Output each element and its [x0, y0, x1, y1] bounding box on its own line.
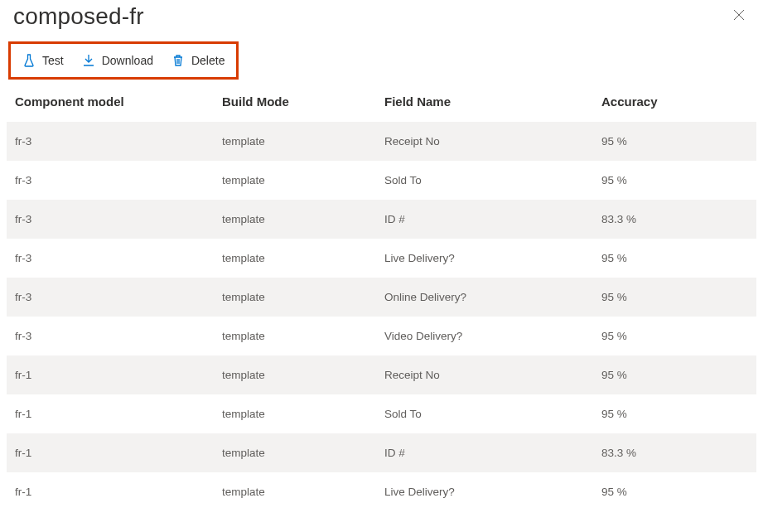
table-row[interactable]: fr-3templateLive Delivery?95 %	[7, 239, 756, 278]
delete-button-label: Delete	[191, 54, 225, 67]
download-button[interactable]: Download	[82, 54, 153, 67]
cell-field-name: Receipt No	[376, 122, 593, 161]
test-button-label: Test	[42, 54, 64, 67]
table-scroll-area[interactable]: Component model Build Mode Field Name Ac…	[7, 81, 756, 525]
cell-build-mode: template	[214, 472, 376, 511]
table-row[interactable]: fr-3templateSold To95 %	[7, 161, 756, 200]
cell-accuracy: 83.3 %	[593, 433, 756, 472]
cell-build-mode: template	[214, 200, 376, 239]
table-row[interactable]: fr-1templateID #83.3 %	[7, 433, 756, 472]
cell-component-model: fr-3	[7, 317, 214, 355]
cell-accuracy: 95 %	[593, 355, 756, 394]
cell-field-name: ID #	[376, 200, 593, 239]
cell-accuracy: 83.3 %	[593, 200, 756, 239]
cell-component-model: fr-3	[7, 239, 214, 278]
cell-build-mode: template	[214, 278, 376, 317]
cell-component-model: fr-3	[7, 122, 214, 161]
col-build-mode[interactable]: Build Mode	[214, 81, 376, 122]
table-row[interactable]: fr-3templateVideo Delivery?95 %	[7, 317, 756, 355]
col-component-model[interactable]: Component model	[7, 81, 214, 122]
col-accuracy[interactable]: Accuracy	[593, 81, 756, 122]
cell-component-model: fr-1	[7, 433, 214, 472]
cell-component-model: fr-1	[7, 472, 214, 511]
cell-component-model: fr-1	[7, 394, 214, 433]
panel-header: composed-fr	[0, 0, 763, 30]
download-icon	[82, 54, 95, 67]
cell-field-name: Online Delivery?	[376, 278, 593, 317]
cell-component-model: fr-3	[7, 161, 214, 200]
cell-field-name: Receipt No	[376, 355, 593, 394]
cell-build-mode: template	[214, 122, 376, 161]
table-header-row: Component model Build Mode Field Name Ac…	[7, 81, 756, 122]
cell-build-mode: template	[214, 355, 376, 394]
test-button[interactable]: Test	[22, 54, 64, 67]
table-row[interactable]: fr-1templateSold To95 %	[7, 394, 756, 433]
cell-build-mode: template	[214, 394, 376, 433]
download-button-label: Download	[102, 54, 153, 67]
cell-build-mode: template	[214, 239, 376, 278]
cell-build-mode: template	[214, 317, 376, 355]
cell-field-name: ID #	[376, 433, 593, 472]
cell-field-name: Live Delivery?	[376, 239, 593, 278]
table-row[interactable]: fr-3templateReceipt No95 %	[7, 122, 756, 161]
cell-field-name: Sold To	[376, 161, 593, 200]
table-row[interactable]: fr-1templateLive Delivery?95 %	[7, 472, 756, 511]
cell-component-model: fr-1	[7, 355, 214, 394]
delete-button[interactable]: Delete	[171, 54, 225, 67]
col-field-name[interactable]: Field Name	[376, 81, 593, 122]
cell-accuracy: 95 %	[593, 239, 756, 278]
cell-accuracy: 95 %	[593, 472, 756, 511]
close-button[interactable]	[730, 3, 748, 27]
flask-icon	[22, 54, 36, 67]
fields-table: Component model Build Mode Field Name Ac…	[7, 81, 756, 511]
cell-build-mode: template	[214, 433, 376, 472]
table-row[interactable]: fr-3templateID #83.3 %	[7, 200, 756, 239]
table-row[interactable]: fr-1templateReceipt No95 %	[7, 355, 756, 394]
cell-field-name: Video Delivery?	[376, 317, 593, 355]
cell-build-mode: template	[214, 161, 376, 200]
cell-field-name: Live Delivery?	[376, 472, 593, 511]
cell-accuracy: 95 %	[593, 278, 756, 317]
cell-accuracy: 95 %	[593, 394, 756, 433]
cell-accuracy: 95 %	[593, 122, 756, 161]
cell-accuracy: 95 %	[593, 161, 756, 200]
close-icon	[733, 9, 745, 21]
toolbar-highlight: Test Download Delete	[8, 41, 239, 80]
page-title: composed-fr	[13, 3, 144, 30]
cell-component-model: fr-3	[7, 200, 214, 239]
cell-field-name: Sold To	[376, 394, 593, 433]
trash-icon	[171, 54, 185, 67]
table-row[interactable]: fr-3templateOnline Delivery?95 %	[7, 278, 756, 317]
cell-accuracy: 95 %	[593, 317, 756, 355]
cell-component-model: fr-3	[7, 278, 214, 317]
